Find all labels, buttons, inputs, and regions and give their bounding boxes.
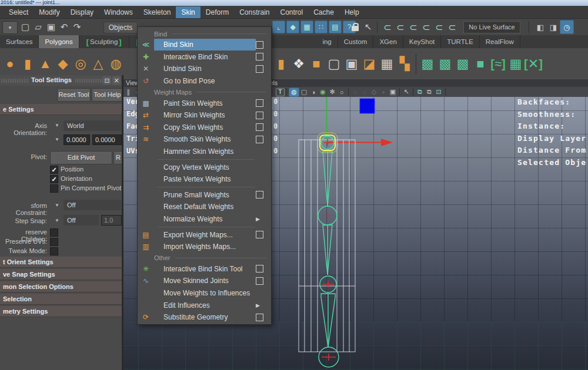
isolate-select-icon[interactable]: T (276, 88, 285, 96)
grease-pencil-icon[interactable]: ▣ (388, 88, 397, 96)
multisample-icon[interactable]: ▫ (379, 88, 388, 96)
poly-sphere-icon[interactable]: ● (1, 54, 19, 74)
translate-y-field[interactable]: 0.0000 (92, 134, 122, 145)
snap-curve-icon[interactable]: ⊂ (394, 21, 407, 33)
xray-joints-icon[interactable]: ⧉ (425, 88, 434, 96)
menu-item-substitute-geometry[interactable]: ⟳Substitute Geometry (138, 311, 271, 324)
poly-plane-icon[interactable]: ◆ (54, 54, 72, 74)
constraint-caret[interactable]: ▼ (55, 203, 61, 208)
menubar-item-select[interactable]: Select (4, 6, 34, 18)
wireframe-icon[interactable]: ▢ (299, 88, 309, 96)
lighting-icon[interactable]: ✻ (328, 88, 337, 96)
textured-icon[interactable]: ◉ (318, 88, 328, 96)
new-scene-icon[interactable]: ▢ (19, 21, 32, 33)
section-header-selection[interactable]: Selection (0, 294, 122, 305)
menubar-item-deform[interactable]: Deform (201, 6, 234, 18)
checkbox-tweak-mode[interactable] (50, 247, 58, 255)
menubar-item-windows[interactable]: Windows (99, 6, 138, 18)
cylinder-wireframe[interactable] (299, 140, 355, 352)
shelf-tab-turtle[interactable]: TURTLE (441, 35, 480, 48)
motion-blur-icon[interactable]: ◇ (369, 88, 379, 96)
option-box-icon[interactable] (256, 231, 263, 238)
sidebar-channel-box-icon[interactable]: ◷ (560, 20, 574, 34)
section-header-metry-settings[interactable]: metry Settings (0, 306, 122, 317)
checkbox-position[interactable]: ✓ (50, 166, 58, 174)
sidebar-tool-settings-icon[interactable]: ◨ (547, 21, 560, 33)
menu-item-edit-influences[interactable]: Edit Influences▶ (138, 299, 271, 311)
orange-white-quads-icon[interactable]: ▚ (396, 54, 413, 74)
checkbox-pin-component-pivot[interactable] (50, 184, 58, 193)
float-panel-icon[interactable]: ⊡ (103, 76, 111, 85)
undo-icon[interactable]: ↶ (58, 21, 71, 33)
shelf-tab-polygons[interactable]: Polygons (39, 35, 79, 48)
menu-item-paste-vertex-weights[interactable]: Paste Vertex Weights (138, 173, 271, 186)
select-cursor-icon[interactable]: ↖ (402, 88, 411, 96)
orange-cylinder-icon[interactable]: ▮ (272, 54, 290, 74)
menu-set-dropdown[interactable]: ▾ (2, 21, 18, 34)
shelf-tab-surfaces[interactable]: Surfaces (0, 35, 39, 48)
option-box-icon[interactable] (256, 41, 263, 49)
menu-item-unbind-skin[interactable]: ✕Unbind Skin (138, 63, 271, 75)
menu-item-interactive-bind-skin[interactable]: ✚Interactive Bind Skin (138, 51, 271, 63)
step-snap-size-field[interactable]: 1.0 (101, 215, 122, 226)
split-square-icon[interactable]: ◪ (360, 54, 378, 74)
panel-divider[interactable] (122, 75, 123, 370)
snap-view-plane-icon[interactable]: ⊂ (433, 21, 446, 33)
close-panel-icon[interactable]: ✕ (112, 76, 121, 85)
snap-grid-icon[interactable]: ⊂ (381, 21, 394, 33)
selected-blue-square[interactable] (360, 99, 375, 113)
xray-icon[interactable]: ⧉ (415, 88, 425, 96)
shelf-tab-custom[interactable]: Custom (338, 35, 374, 48)
occlusion-icon[interactable]: ◌ (360, 88, 369, 96)
option-box-icon[interactable] (256, 123, 263, 131)
redo-icon[interactable]: ↷ (71, 21, 83, 33)
menu-item-mirror-skin-weights[interactable]: ⇄Mirror Skin Weights (138, 109, 271, 122)
menubar-item-display[interactable]: Display (65, 6, 99, 18)
shelf-tab-realflow[interactable]: RealFlow (480, 35, 520, 48)
diamond-icon[interactable]: ◆ (286, 21, 299, 33)
open-scene-icon[interactable]: ▱ (32, 21, 45, 33)
exposure-icon[interactable]: ⊡ (434, 88, 443, 96)
move-settings-section-header[interactable]: e Settings (0, 104, 122, 115)
menu-item-export-weight-maps[interactable]: ▤Export Weight Maps... (138, 228, 271, 241)
option-box-icon[interactable] (256, 265, 263, 273)
section-header-t-orient-settings[interactable]: t Orient Settings (0, 257, 122, 268)
menubar-item-skeleton[interactable]: Skeleton (138, 6, 176, 18)
snap-center-icon[interactable]: ⊂ (420, 21, 433, 33)
option-box-icon[interactable] (256, 53, 263, 60)
sidebar-attribute-editor-icon[interactable]: ◧ (534, 21, 547, 33)
option-box-icon[interactable] (256, 65, 263, 73)
reset-tool-button[interactable]: Reset Tool (57, 88, 91, 102)
use-default-material-icon[interactable]: ◑ (309, 88, 318, 96)
menubar-item-help[interactable]: Help (339, 6, 365, 18)
shaded-display-icon[interactable]: ◍ (289, 88, 299, 97)
shelf-tab-ing[interactable]: ing (316, 35, 338, 48)
option-box-icon[interactable] (256, 191, 263, 199)
green-bracket-curve-icon[interactable]: [≈] (489, 54, 507, 74)
tool-help-button[interactable]: Tool Help (92, 88, 123, 102)
axis-orientation-dropdown[interactable]: World (64, 120, 121, 131)
joint-chain[interactable] (318, 136, 339, 367)
lattice-box-icon[interactable]: ▦ (378, 54, 396, 74)
poly-pipe-icon[interactable]: ◍ (107, 54, 125, 74)
option-box-icon[interactable] (256, 99, 263, 107)
green-cube-icon[interactable]: ■ (472, 54, 489, 74)
film-icon[interactable]: ▤ (329, 21, 342, 33)
shadows-icon[interactable]: ◌ (350, 88, 360, 96)
menubar-item-skin[interactable]: Skin (176, 6, 200, 18)
checkbox-reserve-children[interactable] (50, 228, 58, 237)
hook-icon[interactable]: ⌞ (272, 21, 285, 33)
menu-item-reset-default-weights[interactable]: Reset Default Weights (138, 201, 271, 213)
green-square-checker-icon[interactable]: ▩ (419, 54, 436, 74)
menu-item-interactive-bind-skin-tool[interactable]: ✳Interactive Bind Skin Tool (138, 263, 271, 275)
select-highlight-icon[interactable]: ↖ (362, 21, 375, 33)
green-wave-square-icon[interactable]: ▩ (436, 54, 454, 74)
x-axis-arrowhead[interactable] (381, 139, 393, 146)
component-handles-icon[interactable]: ▣ (343, 54, 360, 74)
option-box-icon[interactable] (256, 314, 263, 321)
selection-handles-icon[interactable]: ▢ (325, 54, 343, 74)
poly-cylinder-icon[interactable]: ▮ (19, 54, 36, 74)
poly-pyramid-icon[interactable]: △ (89, 54, 107, 74)
step-snap-dropdown[interactable]: Off (64, 215, 99, 226)
dots-icon[interactable]: ∷ (315, 21, 328, 33)
